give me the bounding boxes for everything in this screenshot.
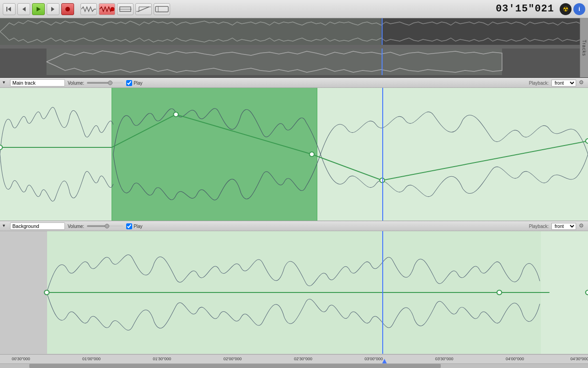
overview-panel: // Generate wave pattern inline — [0, 18, 588, 78]
timer-display: 03'15"021 — [496, 3, 554, 15]
time-marker-0: 00'30"000 — [12, 357, 30, 361]
bg-track-name-input[interactable] — [10, 222, 65, 230]
svg-point-5 — [65, 7, 70, 11]
main-track-playhead — [382, 88, 383, 221]
overview-tracks: // Generate wave pattern inline — [0, 18, 588, 77]
time-marker-5: 03'00"000 — [364, 357, 383, 361]
time-marker-8: 04'30"000 — [570, 357, 588, 361]
main-play-checkbox[interactable] — [126, 80, 132, 86]
bg-settings-btn[interactable]: ⚙ — [579, 222, 586, 230]
bg-volume-label: Volume: — [68, 224, 84, 229]
play-button[interactable] — [32, 3, 45, 15]
main-settings-btn[interactable]: ⚙ — [579, 79, 586, 87]
bg-playback-label: Playback: — [529, 224, 549, 229]
tracks-label: Tracks — [580, 18, 588, 77]
header-icons: ☢ i — [560, 3, 585, 15]
main-volume-slider[interactable] — [87, 82, 123, 84]
overview-gap — [0, 45, 588, 49]
overview-tracks-container: // Generate wave pattern inline — [0, 18, 588, 77]
h-scrollbar-thumb[interactable] — [29, 364, 441, 368]
timeline: 00'30"000 01'00"000 01'30"000 02'00"000 … — [0, 354, 588, 363]
prev-button[interactable] — [17, 3, 30, 15]
overview-track2[interactable] — [0, 49, 588, 75]
svg-rect-0 — [6, 7, 7, 11]
svg-marker-4 — [51, 7, 54, 11]
main-track-collapse[interactable]: ▼ — [2, 80, 7, 86]
bg-play-checkbox[interactable] — [126, 223, 132, 229]
main-playback-label: Playback: — [529, 81, 549, 86]
wave-tool-2[interactable] — [99, 3, 115, 15]
bg-play-label: Play — [134, 224, 142, 229]
toolbar: 03'15"021 ☢ i — [0, 0, 588, 18]
next-button[interactable] — [47, 3, 59, 15]
svg-marker-1 — [8, 7, 11, 11]
main-track-name-input[interactable] — [10, 79, 65, 87]
bg-play-check: Play — [126, 223, 142, 229]
wave-tool-1[interactable] — [80, 3, 97, 15]
record-button[interactable] — [61, 3, 74, 15]
bg-track-header: ▼ Volume: Play Playback: front back cent… — [0, 221, 588, 231]
main-track-content[interactable] — [0, 88, 588, 221]
tracks-area: ▼ Volume: Play Playback: front back cent… — [0, 78, 588, 354]
overview-track1[interactable]: // Generate wave pattern inline — [0, 18, 588, 45]
time-marker-1: 01'00"000 — [82, 357, 101, 361]
svg-marker-3 — [37, 7, 41, 11]
main-waveform-svg — [0, 88, 588, 221]
main-volume-label: Volume: — [68, 81, 84, 86]
time-marker-7: 04'00"000 — [506, 357, 524, 361]
time-marker-6: 03'30"000 — [435, 357, 454, 361]
svg-rect-10 — [155, 6, 168, 12]
rewind-button[interactable] — [3, 3, 16, 15]
bg-volume-slider[interactable] — [87, 225, 123, 227]
time-marker-3: 02'00"000 — [224, 357, 242, 361]
h-scrollbar[interactable] — [0, 363, 588, 368]
time-marker-2: 01'30"000 — [153, 357, 171, 361]
timeline-playhead — [382, 359, 387, 363]
svg-marker-2 — [22, 7, 26, 11]
svg-rect-13 — [0, 18, 381, 45]
main-track-row: ▼ Volume: Play Playback: front back cent… — [0, 78, 588, 221]
main-playback-select[interactable]: front back center — [551, 80, 576, 87]
main-play-label: Play — [134, 81, 142, 86]
time-marker-4: 02'30"000 — [294, 357, 312, 361]
nuclear-icon[interactable]: ☢ — [560, 3, 572, 15]
main-track-header: ▼ Volume: Play Playback: front back cent… — [0, 78, 588, 88]
bg-playback-select[interactable]: front back center — [551, 223, 576, 230]
bg-waveform-svg — [0, 231, 588, 354]
wave-tool-5[interactable] — [154, 3, 170, 15]
bg-track-collapse[interactable]: ▼ — [2, 223, 7, 229]
svg-point-6 — [111, 7, 114, 11]
bg-track-row: ▼ Volume: Play Playback: front back cent… — [0, 221, 588, 354]
bg-track-playhead — [382, 231, 383, 354]
wave-tool-4[interactable] — [135, 3, 152, 15]
info-icon[interactable]: i — [573, 3, 585, 15]
wave-tool-3[interactable] — [117, 3, 134, 15]
svg-line-9 — [138, 7, 149, 11]
main-play-check: Play — [126, 80, 142, 86]
bg-track-content[interactable] — [0, 231, 588, 354]
